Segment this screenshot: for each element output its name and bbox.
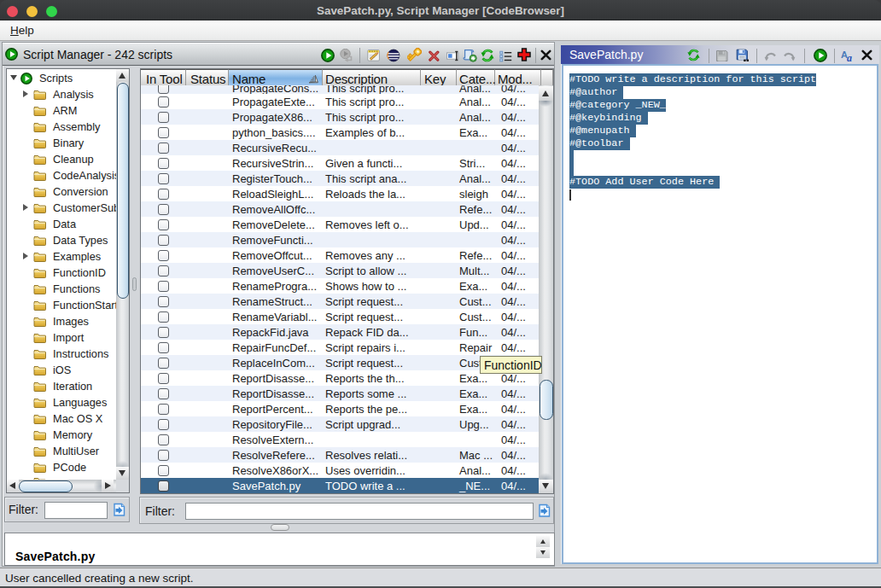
svg-text:a: a — [847, 52, 852, 63]
